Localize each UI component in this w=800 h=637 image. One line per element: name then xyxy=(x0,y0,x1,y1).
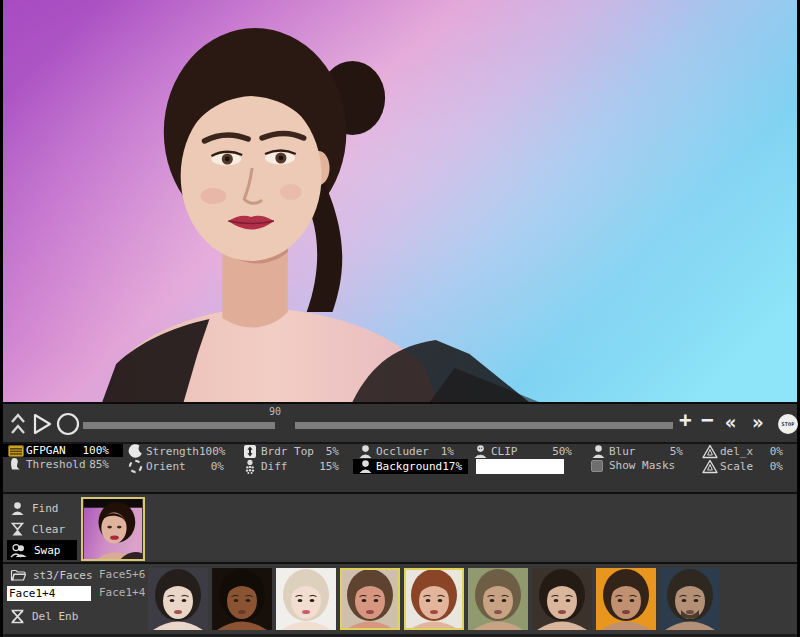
gfpgan-control[interactable]: GFPGAN 100% xyxy=(3,444,123,457)
triangle-warning-icon xyxy=(702,444,720,459)
del-enb-label: Del Enb xyxy=(32,610,78,623)
show-masks-control[interactable]: Show Masks xyxy=(586,459,697,472)
blur-value: 5% xyxy=(670,445,683,458)
face-name-input[interactable] xyxy=(7,586,91,601)
border-top-control[interactable]: Brdr Top 5% xyxy=(238,444,353,459)
vertical-arrows-box-icon xyxy=(243,444,261,459)
occluder-value: 1% xyxy=(441,445,454,458)
scale-label: Scale xyxy=(720,460,753,473)
background-label: Background xyxy=(376,460,442,473)
blur-control[interactable]: Blur 5% xyxy=(586,444,697,459)
threshold-control[interactable]: Threshold 85% xyxy=(3,457,123,472)
strength-value: 100% xyxy=(199,445,226,458)
jump-up-icon[interactable] xyxy=(9,411,27,437)
rewind-button[interactable]: « xyxy=(725,411,736,433)
scale-value: 0% xyxy=(770,460,783,473)
swap-label: Swap xyxy=(34,544,61,557)
find-label: Find xyxy=(32,502,59,515)
preview-image xyxy=(3,0,797,402)
clip-value: 50% xyxy=(552,445,572,458)
occluder-label: Occluder xyxy=(376,445,429,458)
two-persons-icon xyxy=(10,543,27,558)
border-top-label: Brdr Top xyxy=(261,445,314,458)
parameters-toolbar: GFPGAN 100% Threshold 85% Strength 100% xyxy=(3,442,797,492)
play-icon[interactable] xyxy=(30,411,54,437)
diff-control[interactable]: Diff 15% xyxy=(238,459,353,474)
face-thumbnail-1[interactable] xyxy=(148,568,208,630)
face-swap-app: 90 + − « » STOP GFPGAN 100% Threshold 85… xyxy=(0,0,800,637)
face-tag: Face5+6 xyxy=(99,568,145,581)
gfpgan-badge-icon xyxy=(8,445,26,457)
stop-button[interactable]: STOP xyxy=(778,414,798,434)
find-button[interactable]: Find xyxy=(7,498,77,518)
strength-label: Strength xyxy=(146,445,199,458)
crossed-hourglass-icon xyxy=(10,609,25,624)
clip-input-cell xyxy=(468,459,586,474)
slider-thumb[interactable] xyxy=(275,422,295,429)
target-face-illustration xyxy=(83,499,143,559)
diff-value: 15% xyxy=(319,460,339,473)
show-masks-checkbox[interactable] xyxy=(591,460,603,472)
swap-button[interactable]: Swap xyxy=(7,540,77,560)
faces-folder-label: st3/Faces xyxy=(33,569,93,582)
triangle-warning-icon xyxy=(702,459,720,474)
person-face-icon xyxy=(473,444,491,459)
person-bust-icon xyxy=(591,444,609,459)
scale-control[interactable]: Scale 0% xyxy=(697,459,797,474)
occluder-control[interactable]: Occluder 1% xyxy=(353,444,468,459)
face-thumbnail-4[interactable] xyxy=(340,568,400,630)
swap-panel: Find Clear Swap xyxy=(3,492,797,562)
orient-control[interactable]: Orient 0% xyxy=(123,459,238,474)
threshold-icon xyxy=(8,457,26,472)
del-x-control[interactable]: del_x 0% xyxy=(697,444,797,459)
border-top-value: 5% xyxy=(326,445,339,458)
background-control[interactable]: Background 17% xyxy=(353,459,468,474)
slider-track[interactable] xyxy=(83,422,673,429)
swap-target-thumbnail[interactable] xyxy=(81,497,145,561)
frame-slider[interactable]: 90 xyxy=(83,404,673,444)
portrait-illustration xyxy=(3,0,797,402)
face-thumbnail-7[interactable] xyxy=(532,568,592,630)
dotted-figure-icon xyxy=(243,459,261,474)
face-thumbnails-row xyxy=(148,568,720,630)
blur-label: Blur xyxy=(609,445,636,458)
face-thumbnail-9[interactable] xyxy=(660,568,720,630)
face-thumbnail-2[interactable] xyxy=(212,568,272,630)
increase-button[interactable]: + xyxy=(679,408,692,432)
decrease-button[interactable]: − xyxy=(701,408,714,432)
folder-icon xyxy=(10,568,26,582)
face-thumbnail-8[interactable] xyxy=(596,568,656,630)
hourglass-icon xyxy=(10,522,25,537)
clear-button[interactable]: Clear xyxy=(7,519,77,539)
gfpgan-label: GFPGAN xyxy=(26,444,66,457)
gfpgan-value: 100% xyxy=(83,444,110,457)
rotate-icon xyxy=(128,459,146,474)
threshold-label: Threshold xyxy=(26,458,86,471)
slider-value: 90 xyxy=(269,406,281,417)
person-bust-icon xyxy=(358,444,376,459)
playback-bar: 90 + − « » STOP xyxy=(3,402,797,442)
del-x-label: del_x xyxy=(720,445,753,458)
threshold-value: 85% xyxy=(89,458,109,471)
del-x-value: 0% xyxy=(770,445,783,458)
face-thumbnail-3[interactable] xyxy=(276,568,336,630)
background-value: 17% xyxy=(442,460,462,473)
record-icon[interactable] xyxy=(56,411,80,437)
crescent-icon xyxy=(128,444,146,459)
orient-value: 0% xyxy=(211,460,224,473)
clip-control[interactable]: CLIP 50% xyxy=(468,444,586,459)
diff-label: Diff xyxy=(261,460,288,473)
del-enb-button[interactable]: Del Enb xyxy=(10,609,78,624)
person-bust-icon xyxy=(358,459,376,474)
faces-panel: st3/Faces Del Enb Face5+6 Face1+4 xyxy=(3,562,797,637)
clip-text-input[interactable] xyxy=(476,459,564,474)
face-thumbnail-6[interactable] xyxy=(468,568,528,630)
strength-control[interactable]: Strength 100% xyxy=(123,444,238,459)
face-tag: Face1+4 xyxy=(99,586,145,599)
faces-folder-button[interactable]: st3/Faces xyxy=(10,568,93,582)
orient-label: Orient xyxy=(146,460,186,473)
face-thumbnail-5[interactable] xyxy=(404,568,464,630)
clip-label: CLIP xyxy=(491,445,518,458)
forward-button[interactable]: » xyxy=(752,411,763,433)
person-bust-icon xyxy=(10,501,25,516)
